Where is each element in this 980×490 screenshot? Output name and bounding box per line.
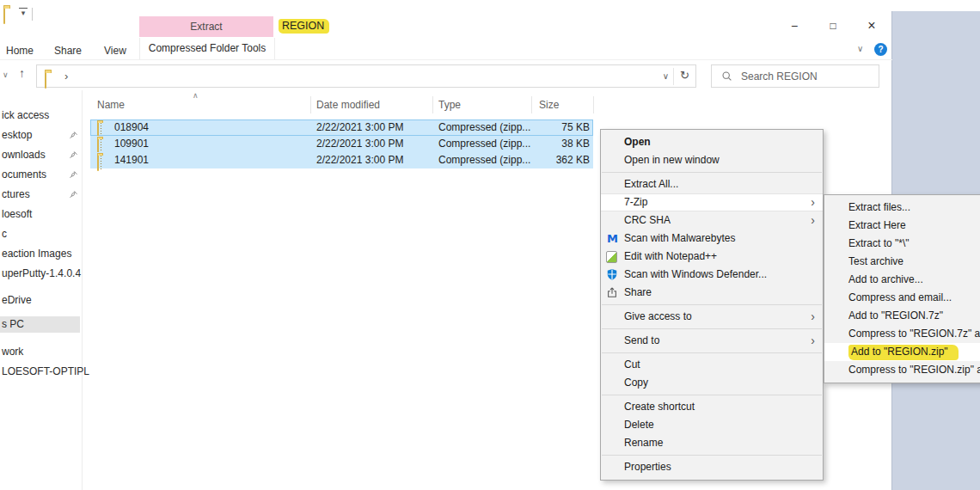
menu-item-share[interactable]: Share xyxy=(601,284,823,302)
file-date: 2/22/2021 3:00 PM xyxy=(316,136,403,152)
menu-item-crc-sha[interactable]: CRC SHA › xyxy=(601,211,823,230)
menu-separator xyxy=(602,395,822,395)
menu-item-create-shortcut[interactable]: Create shortcut xyxy=(601,398,823,416)
windows-defender-icon xyxy=(606,268,619,281)
column-header-name[interactable]: Name xyxy=(97,97,125,113)
menu-item-give-access-to[interactable]: Give access to › xyxy=(601,308,823,326)
toolbar-divider xyxy=(32,8,33,21)
table-row[interactable]: 109901 2/22/2021 3:00 PM Compressed (zip… xyxy=(90,136,593,152)
tab-home[interactable]: Home xyxy=(6,43,34,59)
submenu-item-add-to-region-7z[interactable]: Add to "REGION.7z" xyxy=(824,307,980,325)
address-bar[interactable]: › ∨ ↻ xyxy=(36,64,696,88)
sort-ascending-icon: ∧ xyxy=(193,91,199,100)
menu-item-extract-all[interactable]: Extract All... xyxy=(601,175,823,193)
chevron-down-icon: ▾ xyxy=(21,9,26,17)
minimize-button[interactable]: − xyxy=(784,17,805,34)
help-icon[interactable]: ? xyxy=(874,43,887,56)
sidebar-item-superputty[interactable]: uperPutty-1.4.0.4 xyxy=(0,266,82,282)
menu-item-scan-with-windows-defender[interactable]: Scan with Windows Defender... xyxy=(601,266,823,284)
menu-item-label: 7-Zip xyxy=(624,196,647,208)
column-header-type[interactable]: Type xyxy=(438,97,461,113)
highlight-marker: Add to "REGION.zip" xyxy=(848,345,959,360)
file-name: 018904 xyxy=(114,119,149,136)
submenu-item-extract-files[interactable]: Extract files... xyxy=(824,199,980,217)
chevron-right-icon: › xyxy=(811,308,815,326)
maximize-button[interactable]: □ xyxy=(823,17,843,34)
table-row[interactable]: 141901 2/22/2021 3:00 PM Compressed (zip… xyxy=(90,152,593,168)
menu-separator xyxy=(602,304,822,305)
malwarebytes-icon: M xyxy=(606,232,619,245)
menu-item-properties[interactable]: Properties xyxy=(601,458,823,476)
file-type: Compressed (zipp... xyxy=(438,119,530,136)
search-input[interactable] xyxy=(739,70,863,83)
menu-item-send-to[interactable]: Send to › xyxy=(601,332,823,350)
submenu-item-compress-to-region-zip[interactable]: Compress to "REGION.zip" an xyxy=(824,361,980,379)
chevron-right-icon: › xyxy=(811,193,815,211)
menu-item-copy[interactable]: Copy xyxy=(601,374,823,392)
ribbon-expand-icon[interactable]: ∨ xyxy=(857,44,863,53)
column-divider[interactable] xyxy=(432,96,433,113)
chevron-right-icon: › xyxy=(811,211,815,230)
file-name: 141901 xyxy=(114,152,149,168)
menu-separator xyxy=(602,328,822,329)
pin-icon xyxy=(69,170,78,180)
close-button[interactable]: × xyxy=(861,17,882,34)
context-menu: Open Open in new window Extract All... 7… xyxy=(600,129,824,481)
menu-item-open[interactable]: Open xyxy=(601,133,823,151)
pin-icon xyxy=(69,190,78,199)
table-row[interactable]: 018904 2/22/2021 3:00 PM Compressed (zip… xyxy=(90,119,593,136)
menu-item-label: Send to xyxy=(624,334,659,346)
column-divider[interactable] xyxy=(593,96,594,113)
column-divider[interactable] xyxy=(310,96,311,113)
menu-item-scan-with-malwarebytes[interactable]: M Scan with Malwarebytes xyxy=(601,230,823,248)
tab-share[interactable]: Share xyxy=(54,43,82,59)
sidebar-item-c[interactable]: c xyxy=(0,226,82,242)
menu-item-open-in-new-window[interactable]: Open in new window xyxy=(601,151,823,169)
submenu-item-add-to-region-zip[interactable]: Add to "REGION.zip" xyxy=(824,343,980,361)
submenu-item-add-to-archive[interactable]: Add to archive... xyxy=(824,271,980,289)
sidebar-item-network[interactable]: work xyxy=(0,344,82,360)
refresh-icon[interactable]: ↻ xyxy=(680,69,689,82)
menu-separator xyxy=(602,352,822,353)
sidebar-item-reaction-images[interactable]: eaction Images xyxy=(0,246,82,262)
submenu-item-extract-to[interactable]: Extract to "*\" xyxy=(824,235,980,253)
sidebar-divider xyxy=(82,90,83,490)
tab-compressed-folder-tools[interactable]: Compressed Folder Tools xyxy=(139,38,275,59)
sidebar-item-this-pc[interactable]: s PC xyxy=(0,316,80,333)
menu-item-cut[interactable]: Cut xyxy=(601,356,823,374)
sidebar-item-loesoft[interactable]: loesoft xyxy=(0,206,82,223)
tab-view[interactable]: View xyxy=(104,43,126,59)
search-icon xyxy=(721,70,732,82)
quick-access-toolbar-dropdown-icon[interactable]: ▾ xyxy=(19,8,28,17)
menu-item-label: Scan with Windows Defender... xyxy=(624,268,767,280)
file-name: 109901 xyxy=(114,136,149,152)
menu-item-edit-with-notepadpp[interactable]: Edit with Notepad++ xyxy=(601,248,823,266)
pin-icon xyxy=(69,131,78,140)
sidebar-item-loesoft-optipl[interactable]: LOESOFT-OPTIPL xyxy=(0,364,82,380)
up-one-level-icon[interactable]: ↑ xyxy=(19,66,25,80)
column-header-date-modified[interactable]: Date modified xyxy=(316,97,380,113)
menu-item-rename[interactable]: Rename xyxy=(601,434,823,452)
breadcrumb-chevron-icon[interactable]: › xyxy=(64,70,68,83)
sidebar-item-onedrive[interactable]: eDrive xyxy=(0,292,82,309)
window-title: REGION xyxy=(279,17,329,34)
menu-separator xyxy=(602,172,822,173)
sidebar-item-quick-access[interactable]: ick access xyxy=(0,107,82,124)
menu-item-delete[interactable]: Delete xyxy=(601,416,823,434)
menu-item-label: CRC SHA xyxy=(624,214,671,226)
recent-locations-icon[interactable]: ∨ xyxy=(3,70,9,79)
ribbon-divider xyxy=(0,59,892,60)
submenu-item-compress-to-region-7z[interactable]: Compress to "REGION.7z" and xyxy=(824,325,980,343)
submenu-item-extract-here[interactable]: Extract Here xyxy=(824,217,980,235)
zip-file-icon xyxy=(97,156,99,171)
submenu-item-compress-and-email[interactable]: Compress and email... xyxy=(824,289,980,307)
column-header-size[interactable]: Size xyxy=(539,97,559,113)
menu-item-7zip[interactable]: 7-Zip › xyxy=(601,193,823,211)
address-dropdown-icon[interactable]: ∨ xyxy=(663,71,669,81)
search-box[interactable] xyxy=(711,64,879,88)
contextual-tab-extract[interactable]: Extract xyxy=(139,16,273,37)
notepadpp-icon xyxy=(606,250,619,263)
pin-icon xyxy=(69,150,78,160)
column-divider[interactable] xyxy=(531,96,532,113)
submenu-item-test-archive[interactable]: Test archive xyxy=(824,253,980,271)
